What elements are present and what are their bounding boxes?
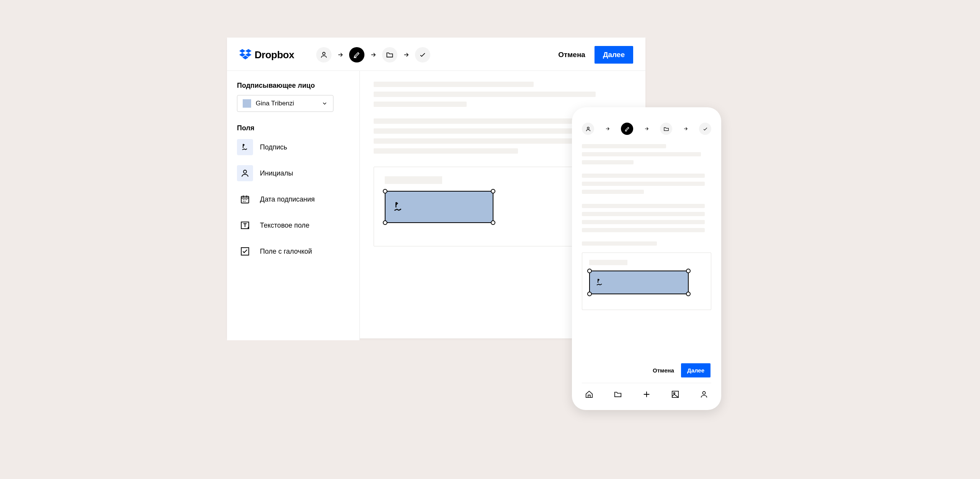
signer-dropdown[interactable]: Gina Tribenzi — [237, 95, 333, 112]
field-checkbox[interactable]: Поле с галочкой — [237, 243, 350, 259]
text-placeholder — [582, 144, 666, 148]
svg-point-10 — [587, 127, 589, 129]
step-signers[interactable] — [316, 47, 332, 62]
signature-icon — [237, 139, 253, 155]
signer-color-swatch — [243, 99, 251, 108]
signature-field[interactable] — [385, 191, 493, 223]
field-label: Текстовое поле — [260, 221, 309, 230]
text-placeholder — [582, 190, 644, 194]
svg-marker-2 — [239, 53, 245, 57]
folder-icon — [386, 51, 394, 59]
resize-handle[interactable] — [686, 292, 691, 296]
arrow-icon — [644, 126, 649, 131]
tab-account[interactable] — [699, 389, 709, 399]
textbox-icon — [237, 217, 253, 233]
step-edit-active[interactable] — [349, 47, 364, 62]
next-button[interactable]: Далее — [595, 46, 633, 64]
mobile-actions: Отмена Далее — [582, 358, 711, 383]
mobile-document — [582, 144, 711, 310]
arrow-icon — [337, 51, 344, 58]
check-icon — [419, 51, 426, 59]
resize-handle[interactable] — [383, 189, 387, 194]
sidebar: Подписывающее лицо Gina Tribenzi Поля По… — [227, 71, 360, 340]
field-label: Подпись — [260, 143, 287, 151]
check-icon — [702, 126, 708, 132]
signature-glyph-icon — [392, 201, 405, 213]
signature-glyph-icon — [595, 278, 604, 287]
text-placeholder — [582, 241, 657, 246]
text-placeholder — [582, 212, 705, 216]
resize-handle[interactable] — [686, 269, 691, 273]
field-label: Инициалы — [260, 169, 293, 177]
wizard-steps — [316, 47, 430, 62]
resize-handle[interactable] — [491, 220, 495, 225]
svg-marker-3 — [245, 53, 252, 57]
field-signature[interactable]: Подпись — [237, 139, 350, 155]
signer-heading: Подписывающее лицо — [237, 82, 350, 90]
header-actions: Отмена Далее — [558, 46, 633, 64]
folder-icon — [663, 126, 669, 132]
step-save[interactable] — [382, 47, 397, 62]
step-review[interactable] — [415, 47, 430, 62]
text-placeholder — [374, 82, 534, 87]
svg-marker-0 — [239, 49, 245, 53]
signer-name: Gina Tribenzi — [256, 100, 317, 107]
svg-point-6 — [243, 170, 247, 173]
fields-list: Подпись Инициалы Дата подписания — [237, 139, 350, 259]
mobile-device: Отмена Далее — [572, 107, 721, 410]
brand-name: Dropbox — [255, 49, 294, 61]
brand-logo: Dropbox — [239, 49, 294, 61]
field-textbox[interactable]: Текстовое поле — [237, 217, 350, 233]
signature-field[interactable] — [589, 271, 689, 294]
folder-icon — [614, 390, 622, 399]
home-icon — [585, 390, 593, 399]
edit-icon — [353, 51, 361, 59]
tab-photos[interactable] — [670, 389, 680, 399]
image-icon — [671, 390, 679, 399]
step-review[interactable] — [699, 123, 711, 135]
resize-handle[interactable] — [491, 189, 495, 194]
text-placeholder — [374, 102, 467, 107]
chevron-down-icon — [322, 100, 328, 107]
edit-icon — [624, 126, 630, 132]
date-icon — [237, 191, 253, 207]
tab-home[interactable] — [584, 389, 594, 399]
cancel-button[interactable]: Отмена — [558, 51, 585, 59]
signature-block — [582, 253, 711, 310]
text-placeholder — [582, 152, 701, 156]
arrow-icon — [683, 126, 688, 131]
fields-heading: Поля — [237, 124, 350, 132]
resize-handle[interactable] — [383, 220, 387, 225]
step-signers[interactable] — [582, 123, 594, 135]
cancel-button[interactable]: Отмена — [653, 367, 674, 374]
step-edit-active[interactable] — [621, 123, 633, 135]
mobile-wizard-steps — [582, 123, 711, 135]
person-icon — [320, 51, 328, 59]
signature-label-placeholder — [589, 260, 627, 265]
tab-files[interactable] — [613, 389, 623, 399]
resize-handle[interactable] — [587, 292, 592, 296]
arrow-icon — [605, 126, 610, 131]
resize-handle[interactable] — [587, 269, 592, 273]
svg-point-13 — [702, 392, 705, 394]
checkbox-icon — [237, 243, 253, 259]
tab-add[interactable] — [642, 389, 652, 399]
field-date[interactable]: Дата подписания — [237, 191, 350, 207]
field-label: Дата подписания — [260, 195, 315, 203]
text-placeholder — [374, 92, 596, 97]
plus-icon — [642, 390, 651, 399]
mobile-tabbar — [582, 383, 711, 401]
text-placeholder — [374, 148, 518, 154]
desktop-header: Dropbox Отмена Далее — [227, 38, 645, 71]
svg-marker-4 — [242, 56, 248, 59]
arrow-icon — [370, 51, 377, 58]
dropbox-icon — [239, 49, 252, 61]
signature-label-placeholder — [385, 176, 442, 184]
field-initials[interactable]: Инициалы — [237, 165, 350, 181]
text-placeholder — [582, 204, 705, 208]
svg-point-5 — [323, 52, 325, 55]
next-button[interactable]: Далее — [681, 363, 710, 377]
step-save[interactable] — [660, 123, 672, 135]
text-placeholder — [582, 220, 705, 224]
text-placeholder — [582, 182, 705, 186]
